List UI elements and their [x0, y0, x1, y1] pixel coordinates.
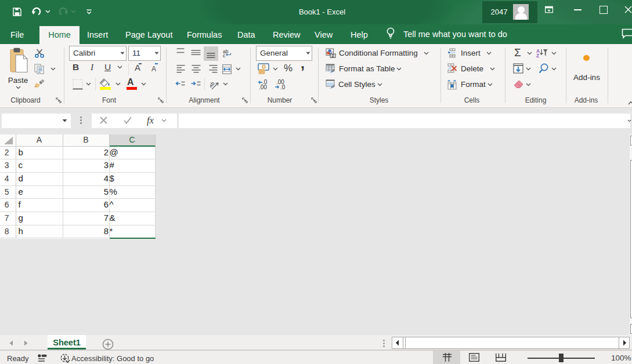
- svg-text:Z: Z: [536, 53, 539, 58]
- svg-text:ab: ab: [210, 81, 215, 89]
